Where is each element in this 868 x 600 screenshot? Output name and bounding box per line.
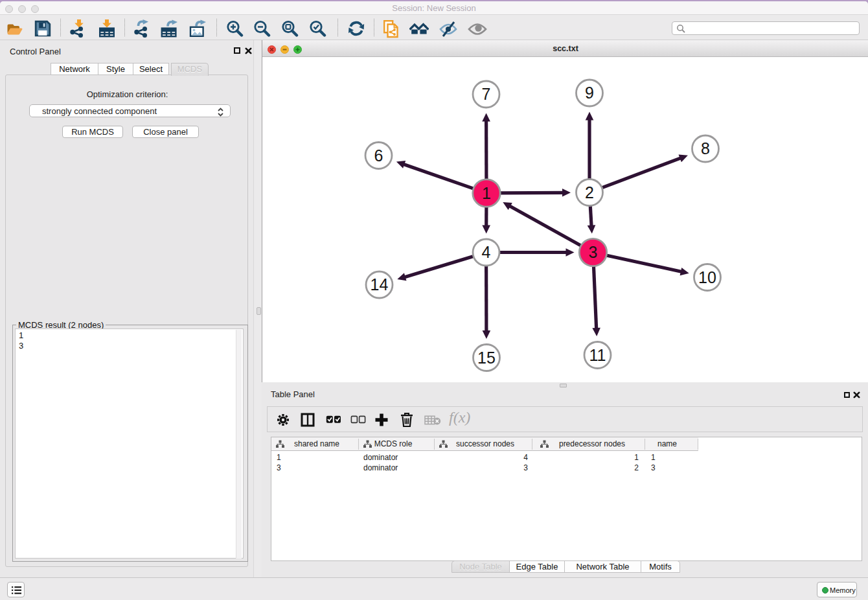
svg-text:1: 1 bbox=[482, 184, 491, 202]
svg-text:7: 7 bbox=[482, 85, 491, 103]
svg-text:6: 6 bbox=[374, 146, 383, 165]
svg-text:4: 4 bbox=[482, 243, 491, 261]
svg-text:9: 9 bbox=[585, 84, 594, 102]
svg-text:10: 10 bbox=[698, 268, 716, 286]
svg-text:15: 15 bbox=[477, 349, 496, 367]
svg-text:14: 14 bbox=[371, 275, 389, 294]
svg-text:11: 11 bbox=[589, 346, 606, 364]
svg-text:2: 2 bbox=[585, 183, 594, 202]
svg-text:8: 8 bbox=[701, 139, 710, 157]
svg-text:3: 3 bbox=[589, 243, 598, 261]
